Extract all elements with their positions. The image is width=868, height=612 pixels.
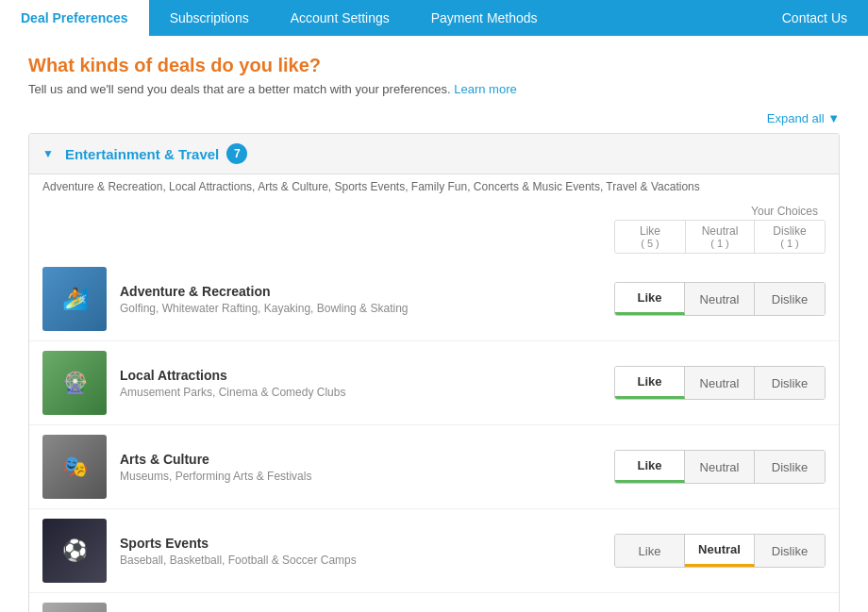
cat-name-sports: Sports Events xyxy=(120,536,614,551)
category-row-adventure: 🏄 Adventure & Recreation Golfing, Whitew… xyxy=(29,257,839,341)
categories-container: 🏄 Adventure & Recreation Golfing, Whitew… xyxy=(29,257,839,612)
category-row-family: 👨‍👩‍👧 Family Fun Children's Entertainmen… xyxy=(29,593,839,612)
cat-thumbnail-local: 🎡 xyxy=(42,351,107,415)
dislike-col-header: Dislike ( 1 ) xyxy=(755,221,825,253)
cat-info-arts: Arts & Culture Museums, Performing Arts … xyxy=(120,452,614,483)
neutral-btn-sports[interactable]: Neutral xyxy=(685,535,755,567)
dislike-btn-adventure[interactable]: Dislike xyxy=(755,283,825,315)
cat-thumbnail-arts: 🎭 xyxy=(42,435,107,499)
pref-buttons-adventure: Like Neutral Dislike xyxy=(614,282,826,316)
nav-account-settings[interactable]: Account Settings xyxy=(270,0,410,36)
neutral-btn-arts[interactable]: Neutral xyxy=(685,451,755,483)
pref-buttons-arts: Like Neutral Dislike xyxy=(614,450,826,484)
section-title: Entertainment & Travel xyxy=(65,146,219,162)
page-subtext: Tell us and we'll send you deals that ar… xyxy=(28,82,840,96)
pref-buttons-sports: Like Neutral Dislike xyxy=(614,534,826,568)
dislike-btn-local[interactable]: Dislike xyxy=(755,367,825,399)
cat-thumbnail-sports: ⚽ xyxy=(42,519,107,583)
category-row-arts: 🎭 Arts & Culture Museums, Performing Art… xyxy=(29,425,839,509)
neutral-btn-local[interactable]: Neutral xyxy=(685,367,755,399)
cat-desc-adventure: Golfing, Whitewater Rafting, Kayaking, B… xyxy=(120,302,614,315)
expand-all-button[interactable]: Expand all ▼ xyxy=(767,111,840,125)
entertainment-travel-section: ▼ Entertainment & Travel 7 Adventure & R… xyxy=(28,133,840,612)
your-choices-label: Your Choices xyxy=(751,205,818,218)
main-nav: Deal Preferences Subscriptions Account S… xyxy=(0,0,868,36)
main-content: What kinds of deals do you like? Tell us… xyxy=(0,36,868,612)
page-heading: What kinds of deals do you like? xyxy=(28,55,840,76)
section-header-left: ▼ Entertainment & Travel 7 xyxy=(42,143,247,164)
dislike-btn-arts[interactable]: Dislike xyxy=(755,451,825,483)
like-btn-local[interactable]: Like xyxy=(615,367,685,399)
like-col-header: Like ( 5 ) xyxy=(615,221,685,253)
section-subcats: Adventure & Recreation, Local Attraction… xyxy=(29,174,839,201)
section-header: ▼ Entertainment & Travel 7 xyxy=(29,134,839,174)
category-row-local: 🎡 Local Attractions Amusement Parks, Cin… xyxy=(29,341,839,425)
cat-name-local: Local Attractions xyxy=(120,368,614,383)
cat-thumbnail-adventure: 🏄 xyxy=(42,267,107,331)
nav-subscriptions[interactable]: Subscriptions xyxy=(149,0,270,36)
cat-info-local: Local Attractions Amusement Parks, Cinem… xyxy=(120,368,614,399)
category-row-sports: ⚽ Sports Events Baseball, Basketball, Fo… xyxy=(29,509,839,593)
like-btn-adventure[interactable]: Like xyxy=(615,283,685,315)
learn-more-link[interactable]: Learn more xyxy=(454,82,516,96)
neutral-col-header: Neutral ( 1 ) xyxy=(685,221,755,253)
cat-info-sports: Sports Events Baseball, Basketball, Foot… xyxy=(120,536,614,567)
cat-name-adventure: Adventure & Recreation xyxy=(120,284,614,299)
neutral-btn-adventure[interactable]: Neutral xyxy=(685,283,755,315)
like-btn-arts[interactable]: Like xyxy=(615,451,685,483)
pref-buttons-local: Like Neutral Dislike xyxy=(614,366,826,400)
cat-desc-sports: Baseball, Basketball, Football & Soccer … xyxy=(120,554,614,567)
nav-contact-us[interactable]: Contact Us xyxy=(761,0,868,36)
like-btn-sports[interactable]: Like xyxy=(615,535,685,567)
dislike-btn-sports[interactable]: Dislike xyxy=(755,535,825,567)
section-count: 7 xyxy=(226,143,247,164)
nav-deal-preferences[interactable]: Deal Preferences xyxy=(0,0,149,36)
cat-thumbnail-family: 👨‍👩‍👧 xyxy=(42,603,107,612)
cat-name-arts: Arts & Culture xyxy=(120,452,614,467)
cat-info-adventure: Adventure & Recreation Golfing, Whitewat… xyxy=(120,284,614,315)
cat-desc-arts: Museums, Performing Arts & Festivals xyxy=(120,470,614,483)
collapse-icon[interactable]: ▼ xyxy=(42,147,54,160)
nav-payment-methods[interactable]: Payment Methods xyxy=(410,0,559,36)
cat-desc-local: Amusement Parks, Cinema & Comedy Clubs xyxy=(120,386,614,399)
